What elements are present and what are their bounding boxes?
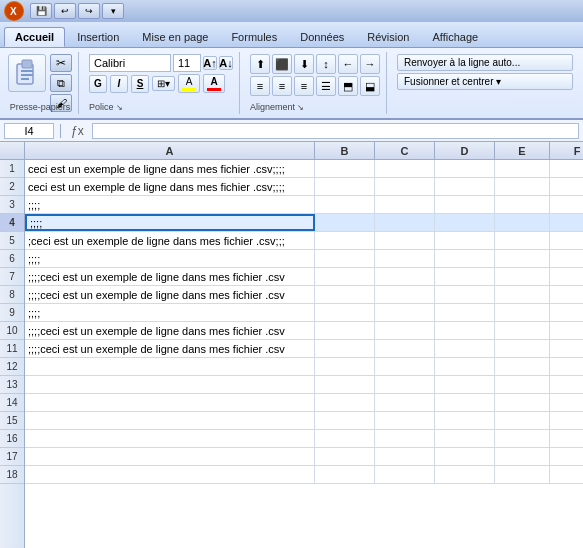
row-num-6[interactable]: 6 (0, 250, 24, 268)
cell-d9[interactable] (435, 304, 495, 321)
cell-e16[interactable] (495, 430, 550, 447)
tab-accueil[interactable]: Accueil (4, 27, 65, 47)
cell-f7[interactable] (550, 268, 583, 285)
cell-f9[interactable] (550, 304, 583, 321)
cell-b12[interactable] (315, 358, 375, 375)
cell-e13[interactable] (495, 376, 550, 393)
font-color-button[interactable]: A (203, 74, 225, 93)
cell-d11[interactable] (435, 340, 495, 357)
col-header-d[interactable]: D (435, 142, 495, 160)
cell-f6[interactable] (550, 250, 583, 267)
cell-a9[interactable]: ;;;; (25, 304, 315, 321)
cell-c11[interactable] (375, 340, 435, 357)
cell-b6[interactable] (315, 250, 375, 267)
col-header-b[interactable]: B (315, 142, 375, 160)
indent-decrease-button[interactable]: ← (338, 54, 358, 74)
cell-d15[interactable] (435, 412, 495, 429)
row-num-7[interactable]: 7 (0, 268, 24, 286)
cell-c10[interactable] (375, 322, 435, 339)
row-num-17[interactable]: 17 (0, 448, 24, 466)
copy-button[interactable]: ⧉ (50, 74, 72, 92)
cell-b13[interactable] (315, 376, 375, 393)
cell-b16[interactable] (315, 430, 375, 447)
cell-a13[interactable] (25, 376, 315, 393)
cell-d17[interactable] (435, 448, 495, 465)
cell-f18[interactable] (550, 466, 583, 483)
cell-f13[interactable] (550, 376, 583, 393)
cell-f15[interactable] (550, 412, 583, 429)
cell-b9[interactable] (315, 304, 375, 321)
cell-a5[interactable]: ;ceci est un exemple de ligne dans mes f… (25, 232, 315, 249)
cell-c9[interactable] (375, 304, 435, 321)
cell-d14[interactable] (435, 394, 495, 411)
row-num-12[interactable]: 12 (0, 358, 24, 376)
cell-a10[interactable]: ;;;;ceci est un exemple de ligne dans me… (25, 322, 315, 339)
row-num-16[interactable]: 16 (0, 430, 24, 448)
cell-c3[interactable] (375, 196, 435, 213)
align-expand[interactable]: ↘ (297, 103, 304, 112)
cell-f14[interactable] (550, 394, 583, 411)
cell-f8[interactable] (550, 286, 583, 303)
undo-button[interactable]: ↩ (54, 3, 76, 19)
formula-input[interactable] (92, 123, 579, 139)
cell-c17[interactable] (375, 448, 435, 465)
cell-f12[interactable] (550, 358, 583, 375)
col-header-a[interactable]: A (25, 142, 315, 160)
underline-button[interactable]: S (131, 75, 149, 93)
align-left-button[interactable]: ≡ (250, 76, 270, 96)
cell-f16[interactable] (550, 430, 583, 447)
justify-button[interactable]: ☰ (316, 76, 336, 96)
cell-f11[interactable] (550, 340, 583, 357)
cell-b18[interactable] (315, 466, 375, 483)
row-num-9[interactable]: 9 (0, 304, 24, 322)
cell-a2[interactable]: ceci est un exemple de ligne dans mes fi… (25, 178, 315, 195)
bold-button[interactable]: G (89, 75, 107, 93)
border-button[interactable]: ⊞▾ (152, 76, 175, 91)
cell-b7[interactable] (315, 268, 375, 285)
cell-a15[interactable] (25, 412, 315, 429)
cell-a14[interactable] (25, 394, 315, 411)
cell-c13[interactable] (375, 376, 435, 393)
cell-e9[interactable] (495, 304, 550, 321)
cell-d1[interactable] (435, 160, 495, 177)
cell-a4[interactable]: ;;;; (25, 214, 315, 231)
align-bottom-button[interactable]: ⬇ (294, 54, 314, 74)
cell-f10[interactable] (550, 322, 583, 339)
cell-b15[interactable] (315, 412, 375, 429)
cell-d4[interactable] (435, 214, 495, 231)
cell-a1[interactable]: ceci est un exemple de ligne dans mes fi… (25, 160, 315, 177)
row-num-18[interactable]: 18 (0, 466, 24, 484)
cell-f17[interactable] (550, 448, 583, 465)
cell-e8[interactable] (495, 286, 550, 303)
cell-c6[interactable] (375, 250, 435, 267)
merge-small-button[interactable]: ⬒ (338, 76, 358, 96)
col-header-f[interactable]: F (550, 142, 583, 160)
italic-button[interactable]: I (110, 75, 128, 93)
cell-a12[interactable] (25, 358, 315, 375)
row-num-11[interactable]: 11 (0, 340, 24, 358)
cell-e4[interactable] (495, 214, 550, 231)
cell-d16[interactable] (435, 430, 495, 447)
cell-d8[interactable] (435, 286, 495, 303)
fill-color-button[interactable]: A (178, 74, 200, 93)
formula-function-icon[interactable]: ƒx (67, 124, 88, 138)
cell-a8[interactable]: ;;;;ceci est un exemple de ligne dans me… (25, 286, 315, 303)
cell-reference-box[interactable]: I4 (4, 123, 54, 139)
row-num-3[interactable]: 3 (0, 196, 24, 214)
cell-e6[interactable] (495, 250, 550, 267)
cell-b5[interactable] (315, 232, 375, 249)
row-num-4[interactable]: 4 (0, 214, 24, 232)
cell-d5[interactable] (435, 232, 495, 249)
cell-c14[interactable] (375, 394, 435, 411)
tab-affichage[interactable]: Affichage (421, 27, 489, 47)
cell-c8[interactable] (375, 286, 435, 303)
row-num-13[interactable]: 13 (0, 376, 24, 394)
cell-e1[interactable] (495, 160, 550, 177)
cell-c5[interactable] (375, 232, 435, 249)
col-header-e[interactable]: E (495, 142, 550, 160)
cell-e5[interactable] (495, 232, 550, 249)
cell-d6[interactable] (435, 250, 495, 267)
row-num-1[interactable]: 1 (0, 160, 24, 178)
align-center-button[interactable]: ≡ (272, 76, 292, 96)
cell-b2[interactable] (315, 178, 375, 195)
